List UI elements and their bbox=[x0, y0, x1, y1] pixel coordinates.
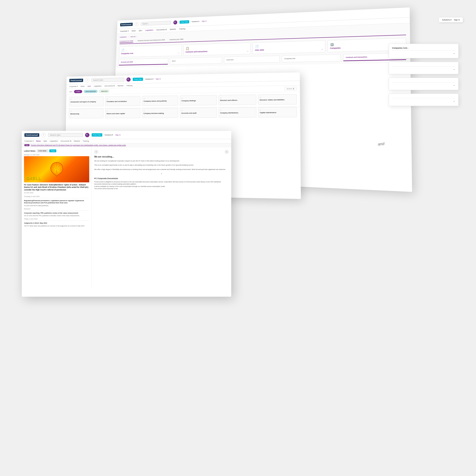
qa-cat-title-12: Capital maintenance bbox=[260, 111, 295, 114]
search-icon-back[interactable]: 🔍 bbox=[173, 20, 177, 24]
nav-training-front[interactable]: Training bbox=[83, 140, 89, 142]
nav-legislation-front[interactable]: Legislation bbox=[50, 140, 58, 142]
leg-bottom-companies-acts[interactable]: Companies Acts bbox=[282, 54, 341, 62]
nav-qa-front[interactable]: Q&A bbox=[43, 140, 47, 142]
search-icon-front[interactable]: 🔍 bbox=[85, 133, 89, 137]
news-banner-text[interactable]: Practice Directions Statement and FC Buy… bbox=[31, 144, 126, 146]
deco-arrow-3[interactable]: → bbox=[453, 84, 455, 87]
panel-slider: ‹ › bbox=[94, 150, 229, 154]
qa-cat-duties[interactable]: ○ Directors' duties and liabilities → bbox=[258, 94, 297, 105]
deco-arrow-4[interactable]: → bbox=[453, 100, 455, 103]
main-article[interactable]: SHELL FC Case Feature: Directors' duties… bbox=[24, 156, 89, 193]
qa-cat-shares[interactable]: ○ Shares and share capital → bbox=[105, 108, 140, 118]
nav-markets-front[interactable]: Markets bbox=[74, 140, 80, 142]
breadcrumb-legislation[interactable]: Legislation bbox=[120, 36, 127, 38]
deco-arrow-row-1: → bbox=[392, 52, 455, 55]
nav-markets-back[interactable]: Markets bbox=[170, 28, 176, 31]
leg-bottom-brexit[interactable]: Brexit bbox=[170, 57, 222, 65]
nav-news-mid[interactable]: News bbox=[81, 85, 85, 87]
main-article-title: FC Case Feature: Directors' duties|Membe… bbox=[24, 184, 89, 191]
qa-cat-names[interactable]: ○ Company names and publicity → bbox=[142, 96, 178, 106]
nav-qa-mid[interactable]: Q&A bbox=[87, 85, 91, 87]
panel-body1: We are looking for exceptional Corporate… bbox=[94, 160, 229, 162]
deco-arrow-2[interactable]: → bbox=[453, 68, 455, 71]
nav-documents-back[interactable]: Documents ⧉ bbox=[156, 29, 167, 31]
help-icon-front[interactable]: ? bbox=[41, 133, 46, 137]
filter-archive-btn[interactable]: Archive 🗑 bbox=[285, 87, 297, 90]
nav-news-front[interactable]: News bbox=[36, 140, 41, 142]
slider-next-btn[interactable]: › bbox=[225, 150, 229, 154]
breadcrumb-view-all[interactable]: View all → bbox=[130, 35, 137, 37]
free-trial-btn-mid[interactable]: Free Trial bbox=[133, 78, 143, 81]
qa-cat-icon-10: ○ bbox=[181, 109, 215, 112]
nav-markets-mid[interactable]: Markets bbox=[118, 85, 123, 87]
leg-tab-fsma[interactable]: Financial Services and Markets Act 2000 bbox=[137, 39, 165, 42]
signin-btn-mid[interactable]: Sign in bbox=[155, 78, 161, 80]
top-nav-solutions[interactable]: Solutions ▾ bbox=[442, 19, 452, 21]
article3-body: On 22 June 2023 the FRC published a them… bbox=[24, 215, 89, 217]
qa-cat-decision[interactable]: ○ Company decision-making → bbox=[142, 108, 178, 118]
slider-prev-btn[interactable]: ‹ bbox=[94, 150, 98, 154]
qa-cat-directors[interactable]: ○ Directors and officers → bbox=[219, 95, 256, 105]
filter-semi-btn[interactable]: Semi-skimmed bbox=[84, 90, 98, 93]
tab-of-week[interactable]: of the Week bbox=[37, 150, 48, 152]
nav-corporate-back[interactable]: Corporate ▾ bbox=[120, 30, 129, 33]
article3[interactable]: Corporate reporting: FRC publishes revie… bbox=[24, 210, 89, 217]
filter-fullfile-btn[interactable]: Fullfile bbox=[74, 90, 82, 93]
help-icon-mid[interactable]: ? bbox=[85, 78, 89, 83]
nav-training-back[interactable]: Training bbox=[179, 28, 186, 30]
nav-corporate-mid[interactable]: Corporate ▾ bbox=[69, 85, 78, 88]
nav-legislation-back[interactable]: Legislation bbox=[145, 29, 153, 32]
nav-legislation-mid[interactable]: Legislation bbox=[94, 85, 102, 87]
search-bar-back[interactable]: Search... bbox=[141, 21, 171, 26]
solutions-btn-front[interactable]: Solutions ▾ bbox=[104, 134, 113, 136]
leg-bottom-accounts[interactable]: Accounts and audit bbox=[119, 58, 168, 66]
qa-cat-formation[interactable]: ○ Formation and constitution → bbox=[105, 96, 140, 106]
leg-card-companies-acts[interactable]: 📄 Companies Acts → bbox=[119, 45, 182, 57]
leg-tab-companies[interactable]: Companies Act 2006 bbox=[119, 40, 133, 43]
date4: Friday, 9 June 2023 bbox=[24, 218, 89, 220]
deco-card-arrow4: → bbox=[389, 94, 459, 106]
qa-cat-capital[interactable]: ○ Capital maintenance → bbox=[258, 107, 297, 117]
search-bar-front[interactable]: Search Q&A bbox=[48, 133, 83, 137]
nav-corporate-front[interactable]: Corporate ▾ bbox=[24, 140, 34, 142]
deco-arrow-1[interactable]: → bbox=[453, 52, 455, 55]
help-icon-back[interactable]: ? bbox=[135, 22, 139, 26]
deco-card-arrow2: → bbox=[389, 62, 459, 74]
leg-card-ciga[interactable]: 📄 CIGA 2023 → bbox=[253, 40, 325, 54]
qa-cat-membership[interactable]: ○ Membership → bbox=[69, 108, 103, 119]
leg-tab-insolvency[interactable]: Insolvency Act 1986 bbox=[170, 38, 184, 41]
deco-arrow-row-3: → bbox=[392, 84, 455, 87]
nav-documents-front[interactable]: Documents ⧉ bbox=[61, 140, 71, 142]
signin-btn-front[interactable]: Sign in bbox=[115, 134, 120, 136]
search-icon-mid[interactable]: 🔍 bbox=[126, 77, 130, 82]
article4[interactable]: Judgments in Brief: May 2023 The FC News… bbox=[24, 221, 89, 227]
nav-qa-back[interactable]: Q&A bbox=[139, 30, 142, 32]
solutions-btn-mid[interactable]: Solutions ▾ bbox=[145, 78, 153, 80]
qa-cat-distributions[interactable]: ○ Company distributions → bbox=[219, 107, 256, 118]
qa-cat-intro[interactable]: ○ Introduction and types of company → bbox=[69, 96, 104, 106]
search-bar-mid[interactable]: Search Q&A bbox=[91, 78, 124, 82]
filter-skimmed-btn[interactable]: Skimmed bbox=[99, 90, 109, 93]
tab-today[interactable]: Today bbox=[49, 150, 56, 152]
top-nav-signin[interactable]: Sign in bbox=[454, 19, 460, 21]
qa-cat-accounts[interactable]: ○ Accounts and audit → bbox=[180, 108, 217, 118]
leg-card-contracts[interactable]: 📋 Contracts and transactions → bbox=[183, 43, 251, 56]
nav-training-mid[interactable]: Training bbox=[126, 85, 132, 87]
free-trial-btn-front[interactable]: Free Trial bbox=[92, 133, 102, 136]
solutions-btn-back[interactable]: Solutions ▾ bbox=[191, 20, 199, 23]
signin-btn-back[interactable]: Sign in bbox=[202, 20, 207, 22]
date3: Research bbox=[24, 208, 89, 210]
nav-news-back[interactable]: News bbox=[132, 30, 136, 32]
deco-card-acts-title: Companies Acts - bbox=[392, 47, 455, 49]
leg-bottom-ciga2[interactable]: CIGA 2023 bbox=[224, 56, 280, 64]
news-banner: New Practice Directions Statement and FC… bbox=[22, 143, 231, 147]
article2[interactable]: Regulatory|Financial promotions: Legisla… bbox=[24, 198, 89, 206]
deco-card-acts: Companies Acts - → bbox=[389, 44, 459, 58]
free-trial-btn-back[interactable]: Free Trial bbox=[180, 20, 189, 24]
qa-cat-dealings[interactable]: ○ Company dealings → bbox=[180, 95, 217, 106]
qa-cat-icon-5: ○ bbox=[220, 96, 255, 99]
article2-body: 24 June 2023 the FCA&A published... bbox=[24, 205, 89, 207]
breadcrumb-sep: → bbox=[128, 36, 129, 38]
nav-documents-mid[interactable]: Documents ⧉ bbox=[104, 85, 115, 87]
